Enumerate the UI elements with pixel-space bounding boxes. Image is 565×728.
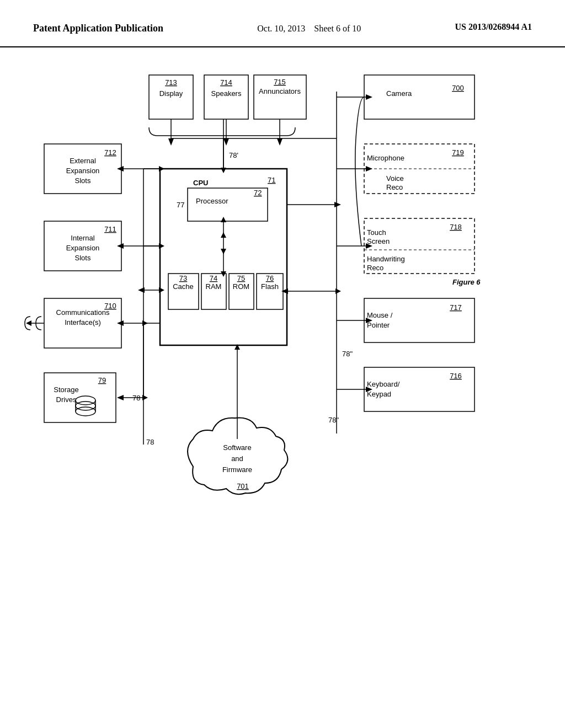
communications-label1: Communications	[56, 308, 110, 317]
storage-label2: Drives	[56, 395, 77, 404]
cpu-mainbus-arrow	[334, 202, 341, 207]
display-label: Display	[159, 89, 183, 98]
mem-arrow-right	[335, 288, 341, 294]
camera-label: Camera	[386, 89, 412, 98]
keyboard-label1: Keyboard/	[367, 380, 400, 388]
rom-label: ROM	[233, 282, 249, 291]
microphone-id: 719	[452, 148, 464, 157]
communications-label2: Interface(s)	[65, 318, 101, 326]
sheet-info: Sheet 6 of 10	[314, 24, 361, 33]
speakers-id: 714	[220, 78, 232, 87]
bus-78-label2: 78	[132, 394, 140, 402]
internal-expansion-label1: Internal	[71, 234, 94, 242]
patent-diagram: Camera 700 Microphone 719 Voice Reco Tou…	[0, 47, 565, 698]
comm-ext-arrow	[26, 320, 31, 326]
bus-78pp-label: 78"	[342, 350, 353, 358]
bus-78-label: 78	[146, 438, 154, 446]
display-arrow-head	[168, 138, 174, 146]
software-label2: and	[231, 454, 243, 463]
camera-box	[364, 75, 475, 119]
bus-77-label: 77	[177, 201, 184, 209]
keyboard-label2: Keypad	[367, 390, 391, 398]
publication-title: Patent Application Publication	[33, 22, 163, 35]
speakers-arrow-head	[223, 138, 229, 146]
annunciators-id: 715	[274, 78, 286, 86]
handwriting-label2: Reco	[367, 264, 383, 272]
processor-label: Processor	[196, 197, 228, 205]
touchscreen-label2: Screen	[367, 237, 390, 245]
voice-reco-label: Voice	[386, 174, 404, 183]
ram-label: RAM	[206, 282, 222, 291]
flash-label: Flash	[261, 282, 279, 291]
touchscreen-label1: Touch	[367, 228, 386, 237]
cache-id: 73	[179, 274, 187, 282]
camera-id: 700	[452, 84, 464, 92]
publication-date: Oct. 10, 2013	[257, 24, 305, 33]
processor-id: 72	[254, 189, 262, 197]
mouse-label1: Mouse /	[367, 311, 393, 319]
speakers-label: Speakers	[211, 89, 242, 98]
diagram-area: Camera 700 Microphone 719 Voice Reco Tou…	[0, 47, 565, 698]
software-label1: Software	[223, 443, 251, 452]
annunciators-label: Annunciators	[259, 87, 301, 95]
internal-expansion-label3: Slots	[75, 254, 91, 262]
mouse-label2: Pointer	[367, 321, 390, 329]
header-date-sheet: Oct. 10, 2013 Sheet 6 of 10	[257, 22, 361, 35]
right-brace-top	[355, 97, 364, 246]
cpu-id: 71	[268, 176, 275, 184]
patent-number: US 2013/0268944 A1	[455, 22, 532, 32]
storage-arrow-left	[117, 395, 124, 400]
external-expansion-label1: External	[70, 157, 96, 165]
voice-reco-label2: Reco	[386, 183, 403, 191]
figure-label: Figure 6	[452, 278, 481, 286]
bus-78pp-label2: 78"	[328, 416, 339, 424]
keyboard-id: 716	[450, 372, 462, 380]
external-expansion-id: 712	[104, 148, 116, 157]
external-expansion-label3: Slots	[75, 176, 91, 185]
mouse-id: 717	[450, 303, 462, 312]
storage-id: 79	[98, 376, 106, 384]
display-id: 713	[165, 78, 177, 87]
internal-expansion-id: 711	[104, 225, 116, 233]
internal-expansion-label2: Expansion	[66, 244, 100, 252]
external-expansion-label2: Expansion	[66, 167, 100, 175]
bus-78p-label: 78'	[229, 151, 238, 159]
microphone-label: Microphone	[367, 154, 404, 162]
cache-label: Cache	[173, 282, 194, 291]
ram-id: 74	[210, 274, 217, 282]
cpu-label: CPU	[193, 179, 208, 187]
handwriting-label1: Handwriting	[367, 255, 405, 263]
rom-id: 75	[237, 274, 245, 282]
software-label3: Firmware	[222, 465, 252, 474]
communications-id: 710	[104, 302, 116, 310]
storage-label1: Storage	[54, 386, 79, 394]
annunciators-arrow-head	[277, 138, 282, 146]
touchscreen-id: 718	[450, 223, 462, 231]
software-id: 701	[237, 482, 249, 490]
left-bus-cpu-mem-arrow	[138, 287, 145, 293]
page-header: Patent Application Publication Oct. 10, …	[0, 0, 565, 47]
flash-id: 76	[266, 274, 274, 282]
